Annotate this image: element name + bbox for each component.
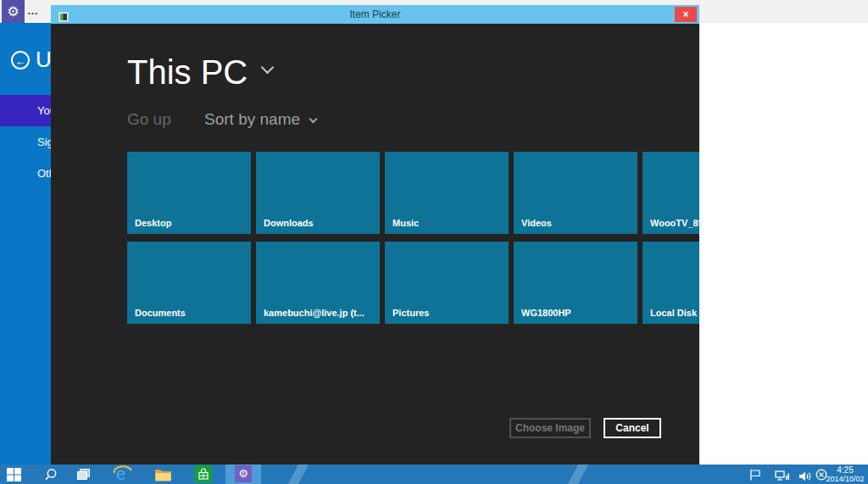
- dialog-toolbar: Go up Sort by name: [127, 110, 316, 129]
- chevron-down-icon: [309, 115, 318, 124]
- start-button[interactable]: [7, 468, 21, 484]
- settings-gear-icon: ⚙: [2, 0, 25, 23]
- dialog-title: Item Picker: [349, 8, 400, 20]
- windows-logo-icon: [7, 468, 21, 481]
- folder-tile-label: Music: [392, 218, 419, 228]
- search-icon: [44, 468, 58, 481]
- cancel-button[interactable]: Cancel: [604, 418, 661, 438]
- folder-tile[interactable]: WG1800HP: [514, 242, 637, 324]
- folder-tile-grid: Desktop Downloads Music Videos WoooTV_89: [127, 152, 699, 324]
- folder-tile-label: WG1800HP: [521, 308, 571, 318]
- action-center-button[interactable]: [749, 469, 761, 484]
- folder-icon: [154, 467, 172, 481]
- folder-tile[interactable]: Documents: [127, 242, 251, 324]
- dialog-titlebar[interactable]: Item Picker ×: [51, 5, 699, 24]
- file-explorer-button[interactable]: [154, 467, 172, 484]
- internet-explorer-icon: e: [113, 465, 133, 483]
- go-up-button[interactable]: Go up: [127, 110, 171, 128]
- clock-time: 4:25: [826, 465, 865, 475]
- task-view-button[interactable]: [76, 469, 91, 484]
- sort-by-label: Sort by name: [204, 110, 300, 128]
- item-picker-dialog: Item Picker × This PC Go up Sort by name…: [51, 5, 699, 465]
- taskbar: e ⚙ 4:25 2014/10/02: [0, 465, 868, 484]
- folder-tile[interactable]: Videos: [514, 152, 637, 234]
- screen: ⚙ … − × ← Us You Sig: [0, 0, 868, 484]
- folder-tile-label: Local Disk (: [650, 308, 699, 318]
- taskbar-streak: [288, 465, 309, 484]
- dialog-close-icon[interactable]: ×: [675, 7, 697, 22]
- flag-icon: [749, 469, 761, 481]
- internet-explorer-button[interactable]: e: [113, 465, 133, 484]
- speaker-icon: [798, 471, 812, 481]
- choose-image-button[interactable]: Choose Image: [509, 418, 591, 438]
- settings-gear-icon: ⚙: [235, 465, 252, 482]
- settings-taskbar-button[interactable]: ⚙: [225, 465, 261, 484]
- store-button[interactable]: [195, 465, 212, 484]
- location-heading[interactable]: This PC: [127, 53, 272, 92]
- sort-by-button[interactable]: Sort by name: [204, 110, 316, 128]
- app-menu-ellipsis-icon[interactable]: …: [27, 0, 39, 23]
- folder-tile[interactable]: Pictures: [385, 242, 509, 324]
- taskbar-streak: [568, 465, 588, 484]
- dialog-window-icon: [58, 9, 69, 28]
- folder-tile[interactable]: Music: [385, 152, 509, 234]
- location-heading-label: This PC: [127, 53, 248, 91]
- folder-tile-label: Downloads: [264, 218, 314, 228]
- network-button[interactable]: [775, 470, 789, 484]
- folder-tile-label: kamebuchi@live.jp (t...: [264, 308, 364, 318]
- network-icon: [775, 470, 789, 481]
- taskbar-clock[interactable]: 4:25 2014/10/02: [826, 465, 865, 484]
- clock-date: 2014/10/02: [826, 475, 865, 484]
- folder-tile-label: Pictures: [392, 308, 429, 318]
- search-button[interactable]: [44, 468, 58, 484]
- folder-tile-label: Documents: [135, 308, 186, 318]
- folder-tile-label: Desktop: [135, 218, 171, 228]
- folder-tile-label: WoooTV_89: [650, 218, 699, 228]
- folder-tile[interactable]: Desktop: [127, 152, 251, 234]
- folder-tile[interactable]: WoooTV_89: [643, 152, 699, 234]
- chevron-down-icon: [261, 61, 275, 75]
- folder-tile-label: Videos: [521, 218, 552, 228]
- folder-tile[interactable]: Downloads: [256, 152, 380, 234]
- back-arrow-icon[interactable]: ←: [11, 51, 30, 70]
- folder-tile[interactable]: kamebuchi@live.jp (t...: [256, 242, 380, 324]
- store-icon: [195, 465, 212, 482]
- task-view-icon: [76, 469, 91, 481]
- folder-tile[interactable]: Local Disk (: [643, 242, 699, 324]
- volume-button[interactable]: [798, 470, 812, 484]
